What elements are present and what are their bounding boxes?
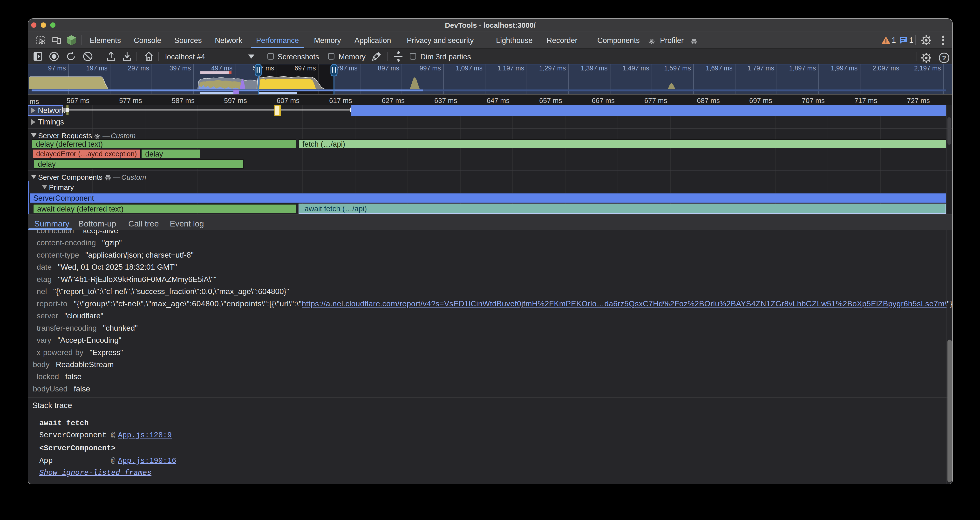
svg-text:197 ms: 197 ms: [86, 65, 108, 72]
svg-text:697 ms: 697 ms: [294, 65, 316, 72]
svg-text:297 ms: 297 ms: [128, 65, 149, 72]
svg-text:997 ms: 997 ms: [420, 65, 441, 72]
svg-text:1,597 ms: 1,597 ms: [664, 65, 691, 72]
svg-text:397 ms: 397 ms: [170, 65, 191, 72]
svg-text:97 ms: 97 ms: [48, 65, 66, 72]
svg-text:497 ms: 497 ms: [211, 65, 233, 72]
svg-text:2,197 ms: 2,197 ms: [914, 65, 941, 72]
svg-text:1,397 ms: 1,397 ms: [581, 65, 608, 72]
svg-text:797 ms: 797 ms: [336, 65, 358, 72]
svg-text:1,097 ms: 1,097 ms: [456, 65, 482, 72]
svg-text:1,797 ms: 1,797 ms: [748, 65, 774, 72]
svg-text:897 ms: 897 ms: [378, 65, 399, 72]
svg-text:2,097 ms: 2,097 ms: [872, 65, 899, 72]
svg-text:1,697 ms: 1,697 ms: [706, 65, 733, 72]
svg-text:1,997 ms: 1,997 ms: [831, 65, 858, 72]
svg-text:1,897 ms: 1,897 ms: [789, 65, 816, 72]
svg-text:?: ?: [942, 54, 946, 62]
svg-text:1,197 ms: 1,197 ms: [498, 65, 524, 72]
svg-text:1,297 ms: 1,297 ms: [539, 65, 566, 72]
svg-text:1,497 ms: 1,497 ms: [622, 65, 649, 72]
